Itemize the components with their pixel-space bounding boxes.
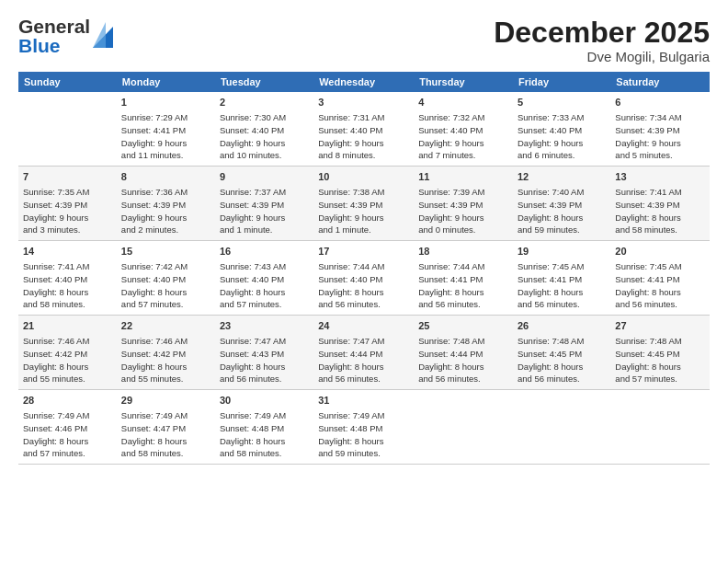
cell-line-1: Sunset: 4:40 PM xyxy=(418,124,508,137)
cell-line-1: Sunset: 4:41 PM xyxy=(418,273,508,286)
cell-line-1: Sunset: 4:45 PM xyxy=(518,348,606,361)
cell-line-3: and 11 minutes. xyxy=(121,149,210,162)
day-number: 18 xyxy=(418,245,508,259)
calendar-cell-1-4: 11Sunrise: 7:39 AMSunset: 4:39 PMDayligh… xyxy=(414,167,513,241)
calendar-cell-1-0: 7Sunrise: 7:35 AMSunset: 4:39 PMDaylight… xyxy=(18,167,117,241)
cell-line-3: and 58 minutes. xyxy=(615,224,705,236)
calendar-header: Sunday Monday Tuesday Wednesday Thursday… xyxy=(18,72,710,92)
cell-line-0: Sunrise: 7:46 AM xyxy=(121,335,210,348)
cell-line-0: Sunrise: 7:48 AM xyxy=(518,335,606,348)
day-number: 10 xyxy=(318,170,409,185)
cell-line-3: and 8 minutes. xyxy=(318,149,409,162)
logo-icon xyxy=(93,22,113,48)
cell-line-3: and 7 minutes. xyxy=(418,149,508,162)
day-number: 5 xyxy=(518,96,606,110)
cell-line-1: Sunset: 4:40 PM xyxy=(121,273,210,286)
cell-line-3: and 58 minutes. xyxy=(220,447,309,460)
calendar-row-3: 21Sunrise: 7:46 AMSunset: 4:42 PMDayligh… xyxy=(18,316,710,390)
cell-line-2: Daylight: 8 hours xyxy=(318,435,409,448)
cell-line-1: Sunset: 4:42 PM xyxy=(23,348,112,361)
cell-line-0: Sunrise: 7:29 AM xyxy=(121,111,210,124)
cell-line-1: Sunset: 4:39 PM xyxy=(518,199,606,212)
day-number: 7 xyxy=(23,170,112,185)
calendar-cell-2-5: 19Sunrise: 7:45 AMSunset: 4:41 PMDayligh… xyxy=(513,241,610,316)
month-title: December 2025 xyxy=(494,17,710,49)
calendar-cell-1-2: 9Sunrise: 7:37 AMSunset: 4:39 PMDaylight… xyxy=(215,167,313,241)
cell-line-0: Sunrise: 7:48 AM xyxy=(418,335,508,348)
cell-line-3: and 59 minutes. xyxy=(518,224,606,236)
cell-line-0: Sunrise: 7:49 AM xyxy=(318,409,409,422)
header-thursday: Thursday xyxy=(414,72,513,92)
cell-line-3: and 58 minutes. xyxy=(121,447,210,460)
cell-line-1: Sunset: 4:41 PM xyxy=(518,273,606,286)
calendar-cell-2-0: 14Sunrise: 7:41 AMSunset: 4:40 PMDayligh… xyxy=(18,241,117,316)
calendar-cell-4-1: 29Sunrise: 7:49 AMSunset: 4:47 PMDayligh… xyxy=(117,390,215,465)
cell-line-0: Sunrise: 7:39 AM xyxy=(418,186,508,199)
cell-line-0: Sunrise: 7:45 AM xyxy=(518,260,606,273)
cell-line-2: Daylight: 8 hours xyxy=(418,286,508,299)
cell-line-1: Sunset: 4:40 PM xyxy=(318,124,409,137)
cell-line-0: Sunrise: 7:41 AM xyxy=(23,260,112,273)
cell-line-0: Sunrise: 7:33 AM xyxy=(518,111,606,124)
calendar-cell-1-6: 13Sunrise: 7:41 AMSunset: 4:39 PMDayligh… xyxy=(610,167,710,241)
calendar-cell-3-1: 22Sunrise: 7:46 AMSunset: 4:42 PMDayligh… xyxy=(117,316,215,390)
calendar-row-2: 14Sunrise: 7:41 AMSunset: 4:40 PMDayligh… xyxy=(18,241,710,316)
cell-line-2: Daylight: 8 hours xyxy=(318,361,409,373)
calendar-cell-4-6 xyxy=(610,390,710,465)
cell-line-0: Sunrise: 7:49 AM xyxy=(220,409,309,422)
header-wednesday: Wednesday xyxy=(313,72,414,92)
cell-line-3: and 57 minutes. xyxy=(615,373,705,385)
cell-line-1: Sunset: 4:39 PM xyxy=(418,199,508,212)
logo: General Blue xyxy=(18,17,113,55)
cell-line-2: Daylight: 8 hours xyxy=(615,212,705,224)
day-number: 14 xyxy=(23,245,112,259)
calendar-cell-2-1: 15Sunrise: 7:42 AMSunset: 4:40 PMDayligh… xyxy=(117,241,215,316)
cell-line-2: Daylight: 9 hours xyxy=(121,212,210,224)
cell-line-0: Sunrise: 7:47 AM xyxy=(318,335,409,348)
cell-line-2: Daylight: 9 hours xyxy=(418,137,508,150)
cell-line-0: Sunrise: 7:41 AM xyxy=(615,186,705,199)
calendar-cell-1-5: 12Sunrise: 7:40 AMSunset: 4:39 PMDayligh… xyxy=(513,167,610,241)
calendar-cell-3-3: 24Sunrise: 7:47 AMSunset: 4:44 PMDayligh… xyxy=(313,316,414,390)
cell-line-1: Sunset: 4:39 PM xyxy=(121,199,210,212)
day-number: 12 xyxy=(518,170,606,185)
day-number: 15 xyxy=(121,245,210,259)
cell-line-3: and 0 minutes. xyxy=(418,224,508,236)
calendar-cell-4-5 xyxy=(513,390,610,465)
calendar-cell-0-5: 5Sunrise: 7:33 AMSunset: 4:40 PMDaylight… xyxy=(513,92,610,167)
cell-line-2: Daylight: 8 hours xyxy=(121,435,210,448)
cell-line-1: Sunset: 4:40 PM xyxy=(318,273,409,286)
cell-line-1: Sunset: 4:39 PM xyxy=(318,199,409,212)
cell-line-2: Daylight: 9 hours xyxy=(121,137,210,150)
calendar-cell-0-4: 4Sunrise: 7:32 AMSunset: 4:40 PMDaylight… xyxy=(414,92,513,167)
cell-line-2: Daylight: 8 hours xyxy=(23,361,112,373)
cell-line-1: Sunset: 4:40 PM xyxy=(220,273,309,286)
cell-line-0: Sunrise: 7:42 AM xyxy=(121,260,210,273)
cell-line-3: and 56 minutes. xyxy=(418,373,508,385)
cell-line-2: Daylight: 9 hours xyxy=(23,212,112,224)
cell-line-2: Daylight: 8 hours xyxy=(518,212,606,224)
day-number: 6 xyxy=(615,96,705,110)
day-number: 2 xyxy=(220,96,309,110)
title-block: December 2025 Dve Mogili, Bulgaria xyxy=(494,17,710,64)
logo-blue: Blue xyxy=(18,36,90,55)
cell-line-0: Sunrise: 7:43 AM xyxy=(220,260,309,273)
cell-line-0: Sunrise: 7:31 AM xyxy=(318,111,409,124)
header-sunday: Sunday xyxy=(18,72,117,92)
day-number: 1 xyxy=(121,96,210,110)
day-number: 21 xyxy=(23,319,112,334)
cell-line-0: Sunrise: 7:36 AM xyxy=(121,186,210,199)
cell-line-2: Daylight: 8 hours xyxy=(220,286,309,299)
location: Dve Mogili, Bulgaria xyxy=(494,49,710,64)
header-tuesday: Tuesday xyxy=(215,72,313,92)
cell-line-2: Daylight: 9 hours xyxy=(220,212,309,224)
cell-line-3: and 56 minutes. xyxy=(418,298,508,311)
calendar-cell-2-4: 18Sunrise: 7:44 AMSunset: 4:41 PMDayligh… xyxy=(414,241,513,316)
cell-line-0: Sunrise: 7:38 AM xyxy=(318,186,409,199)
day-number: 25 xyxy=(418,319,508,334)
page: General Blue December 2025 Dve Mogili, B… xyxy=(0,0,728,563)
calendar-cell-1-3: 10Sunrise: 7:38 AMSunset: 4:39 PMDayligh… xyxy=(313,167,414,241)
header-saturday: Saturday xyxy=(610,72,710,92)
calendar-cell-0-1: 1Sunrise: 7:29 AMSunset: 4:41 PMDaylight… xyxy=(117,92,215,167)
calendar-cell-3-4: 25Sunrise: 7:48 AMSunset: 4:44 PMDayligh… xyxy=(414,316,513,390)
